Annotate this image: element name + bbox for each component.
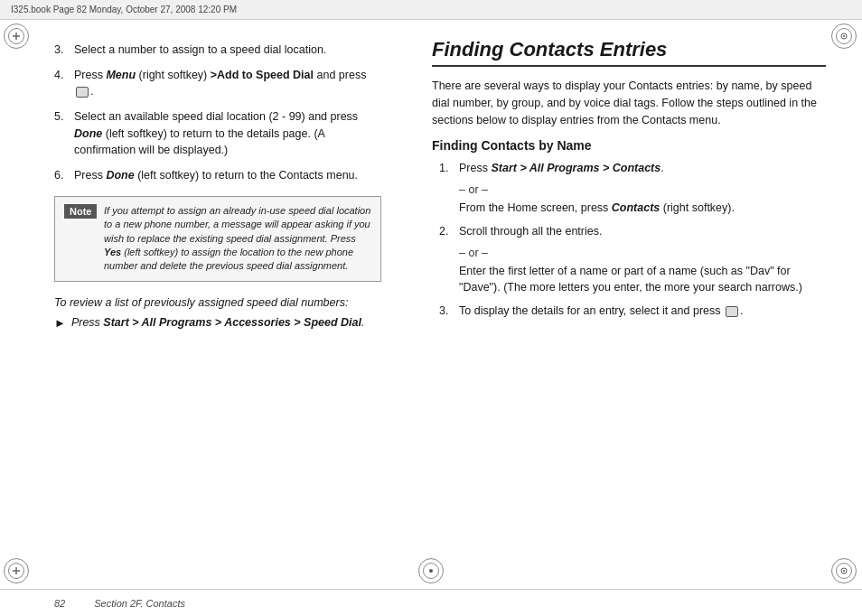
note-yes-detail: (left softkey) — [124, 247, 178, 257]
corner-circle-inner-bl — [8, 563, 24, 579]
note-text: If you attempt to assign an already in-u… — [104, 204, 371, 274]
footer-section: Section 2F. Contacts — [94, 598, 185, 609]
step-4-text: Press Menu (right softkey) >Add to Speed… — [74, 67, 381, 99]
note-yes: Yes — [104, 247, 121, 257]
section-intro-text: There are several ways to display your C… — [432, 78, 826, 128]
r-step-2-num: 2. — [439, 223, 459, 239]
content-area: 3. Select a number to assign to a speed … — [0, 20, 862, 589]
center-circle-outer — [418, 558, 444, 583]
review-bullet-text: Press Start > All Programs > Accessories… — [71, 316, 365, 329]
header-text: I325.book Page 82 Monday, October 27, 20… — [11, 5, 237, 14]
section-title: Finding Contacts Entries — [432, 38, 826, 67]
svg-point-8 — [429, 569, 433, 573]
r-step-1-path: Start > All Programs > Contacts — [491, 162, 661, 174]
step-4: 4. Press Menu (right softkey) >Add to Sp… — [54, 67, 381, 99]
corner-circle-outer-br — [831, 558, 857, 583]
r-step-2-text: Scroll through all the entries. — [459, 223, 826, 239]
step-5-text: Select an available speed dial location … — [74, 108, 381, 157]
corner-decoration-bl — [4, 558, 31, 585]
center-dot-icon — [427, 567, 435, 574]
step-5-done: Done — [74, 127, 102, 140]
r-step-1-or-detail: From the Home screen, press Contacts (ri… — [459, 200, 826, 216]
corner-circle-outer-bl — [4, 558, 29, 583]
or-line-2: – or – — [459, 247, 826, 259]
left-column: 3. Select a number to assign to a speed … — [0, 20, 407, 589]
step-5-num: 5. — [54, 108, 74, 157]
step-3-num: 3. — [54, 42, 74, 58]
step-6-num: 6. — [54, 167, 74, 183]
step-3-text: Select a number to assign to a speed dia… — [74, 42, 381, 58]
r-step-1: 1. Press Start > All Programs > Contacts… — [439, 160, 826, 176]
arrow-bullet-icon: ► — [54, 316, 66, 330]
center-bottom-decoration — [418, 558, 444, 583]
start-path: Start > All Programs > Accessories > Spe… — [103, 316, 361, 329]
step-3: 3. Select a number to assign to a speed … — [54, 42, 381, 58]
right-steps-list: 1. Press Start > All Programs > Contacts… — [439, 160, 826, 320]
note-box: Note If you attempt to assign an already… — [54, 196, 381, 282]
page-container: I325.book Page 82 Monday, October 27, 20… — [0, 0, 862, 616]
step-6-done: Done — [106, 169, 134, 182]
footer-bar: 82 Section 2F. Contacts — [0, 589, 862, 616]
corner-star-br — [839, 566, 848, 575]
or-line-1: – or – — [459, 183, 826, 196]
step-6: 6. Press Done (left softkey) to return t… — [54, 167, 381, 183]
corner-plus-bl — [12, 566, 21, 575]
page-number: 82 — [54, 598, 65, 609]
r-step-1-num: 1. — [439, 160, 459, 176]
step-4-button-icon — [76, 87, 89, 98]
r-step-2: 2. Scroll through all the entries. — [439, 223, 826, 239]
step-4-menu: Menu — [106, 69, 136, 81]
r-step-3: 3. To display the details for an entry, … — [439, 303, 826, 319]
header-bar: I325.book Page 82 Monday, October 27, 20… — [0, 0, 862, 20]
step-4-num: 4. — [54, 67, 74, 99]
contacts-softkey: Contacts — [612, 201, 660, 214]
r-step-3-button-icon — [726, 306, 738, 317]
subsection-title: Finding Contacts by Name — [432, 138, 826, 153]
svg-point-7 — [843, 570, 845, 572]
step-5: 5. Select an available speed dial locati… — [54, 108, 381, 157]
review-bullet-item: ► Press Start > All Programs > Accessori… — [54, 316, 381, 330]
step-6-text: Press Done (left softkey) to return to t… — [74, 167, 381, 183]
r-step-2-or-detail: Enter the first letter of a name or part… — [459, 263, 826, 295]
r-step-1-text: Press Start > All Programs > Contacts. — [459, 160, 826, 176]
corner-decoration-br — [831, 558, 858, 585]
note-label: Note — [64, 204, 97, 219]
review-bullet-list: ► Press Start > All Programs > Accessori… — [54, 316, 381, 330]
right-column: Finding Contacts Entries There are sever… — [407, 20, 862, 589]
center-circle-inner — [423, 563, 439, 579]
left-steps-list: 3. Select a number to assign to a speed … — [54, 42, 381, 183]
review-intro: To review a list of previously assigned … — [54, 296, 381, 309]
step-4-action: >Add to Speed Dial — [211, 69, 314, 81]
r-step-3-text: To display the details for an entry, sel… — [459, 303, 826, 319]
r-step-3-num: 3. — [439, 303, 459, 319]
corner-circle-inner-br — [836, 563, 852, 579]
